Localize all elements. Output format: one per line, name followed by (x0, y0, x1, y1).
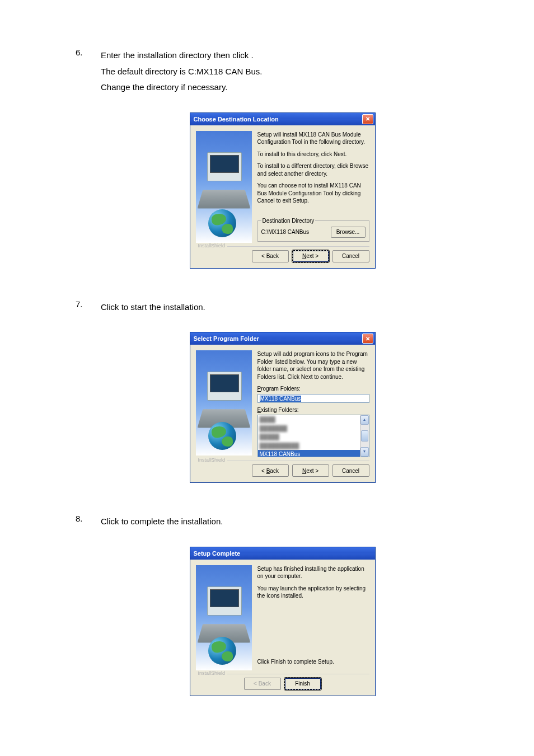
dest-p2: To install to this directory, click Next… (257, 151, 369, 158)
step-number: 8. (76, 514, 101, 530)
existing-folders-list[interactable]: ████ ███████ █████ ██████████ MX118 CANB… (257, 415, 369, 457)
titlebar: Select Program Folder ✕ (190, 332, 375, 345)
back-button[interactable]: < Back (252, 250, 289, 262)
program-folders-label: Program Folders: (257, 385, 369, 393)
scroll-up-icon[interactable]: ▴ (360, 415, 369, 425)
wizard-graphic (196, 350, 252, 456)
dest-p4: You can choose not to install MX118 CAN … (257, 182, 369, 205)
back-button: < Back (244, 678, 281, 690)
setup-complete-dialog: Setup Complete Setup has finished instal… (190, 547, 376, 696)
wizard-graphic (196, 131, 252, 243)
titlebar: Setup Complete (190, 547, 375, 560)
list-item-selected[interactable]: MX118 CANBus (258, 450, 369, 457)
done-p1: Setup has finished installing the applic… (257, 565, 369, 580)
step-7-line1: Click to start the installation. (101, 299, 489, 316)
done-p2: You may launch the application by select… (257, 585, 369, 600)
existing-folders-label: Existing Folders: (257, 406, 369, 414)
dest-p1: Setup will install MX118 CAN Bus Module … (257, 131, 369, 146)
folder-p1: Setup will add program icons to the Prog… (257, 350, 369, 381)
dialog-title: Select Program Folder (194, 335, 259, 342)
choose-destination-dialog: Choose Destination Location ✕ Setup will… (190, 112, 376, 269)
destination-path: C:\MX118 CANBus (261, 228, 310, 236)
brand-label: InstallShield (196, 457, 228, 463)
next-button[interactable]: Next > (292, 250, 329, 262)
close-icon[interactable]: ✕ (362, 114, 373, 124)
browse-button[interactable]: Browse... (331, 227, 366, 238)
back-button[interactable]: < Back (252, 464, 289, 477)
brand-label: InstallShield (196, 670, 228, 676)
step-number: 7. (76, 299, 101, 316)
step-8-line1: Click to complete the installation. (101, 514, 489, 530)
step-6-line3: Change the directory if necessary. (101, 79, 489, 96)
cancel-button[interactable]: Cancel (332, 250, 369, 262)
scrollbar[interactable]: ▴ ▾ (360, 415, 369, 457)
select-program-folder-dialog: Select Program Folder ✕ Setup will add p… (190, 332, 376, 483)
titlebar: Choose Destination Location ✕ (190, 113, 375, 125)
cancel-button[interactable]: Cancel (332, 464, 369, 477)
close-icon[interactable]: ✕ (362, 334, 373, 344)
step-6-line2: The default directory is C:MX118 CAN Bus… (101, 64, 489, 80)
brand-label: InstallShield (196, 243, 228, 248)
wizard-graphic (196, 565, 252, 670)
program-folder-input[interactable]: MX118 CANBus (257, 394, 369, 403)
scroll-down-icon[interactable]: ▾ (360, 447, 369, 457)
step-6-text: Enter the installation directory then cl… (101, 48, 489, 96)
dialog-title: Choose Destination Location (194, 116, 279, 123)
scroll-thumb[interactable] (361, 430, 368, 442)
dest-p3: To install to a different directory, cli… (257, 162, 369, 177)
step-6-line1: Enter the installation directory then cl… (101, 48, 489, 64)
step-7-text: Click to start the installation. (101, 299, 489, 316)
step-number: 6. (76, 48, 101, 96)
dialog-title: Setup Complete (194, 550, 241, 557)
step-8-text: Click to complete the installation. (101, 514, 489, 530)
next-button[interactable]: Next > (292, 464, 329, 477)
done-p3: Click Finish to complete Setup. (257, 658, 369, 666)
destination-group: Destination Directory C:\MX118 CANBus Br… (257, 217, 369, 242)
finish-button[interactable]: Finish (284, 678, 321, 690)
destination-legend: Destination Directory (261, 217, 316, 225)
